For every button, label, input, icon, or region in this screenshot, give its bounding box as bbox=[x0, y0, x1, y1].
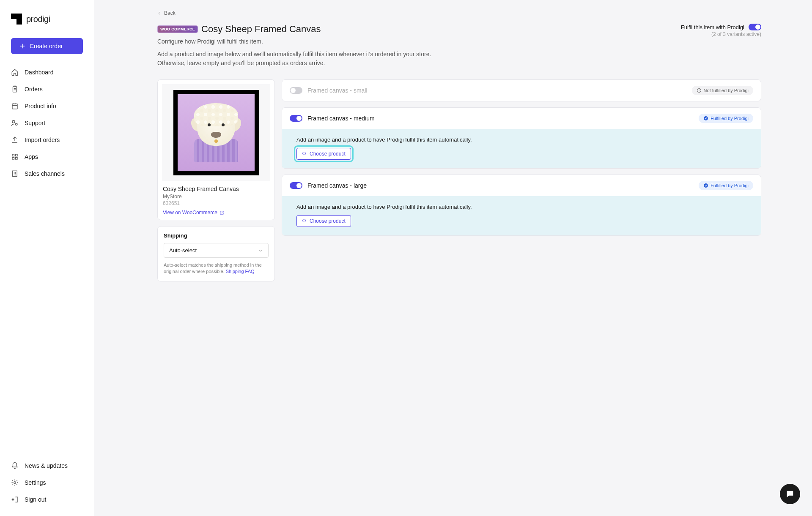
svg-point-9 bbox=[14, 482, 16, 484]
variant-name: Framed canvas - medium bbox=[307, 115, 694, 122]
nav-news[interactable]: News & updates bbox=[4, 458, 90, 474]
description-line-1: Add a product and image below and we'll … bbox=[157, 50, 431, 59]
svg-rect-8 bbox=[13, 171, 17, 177]
svg-point-14 bbox=[303, 219, 306, 222]
check-circle-icon bbox=[703, 183, 708, 188]
variant-body: Add an image and a product to have Prodi… bbox=[282, 196, 761, 235]
choose-product-button[interactable]: Choose product bbox=[296, 148, 351, 160]
prohibit-icon bbox=[697, 88, 702, 93]
page-title: Cosy Sheep Framed Canvas bbox=[201, 24, 321, 35]
shipping-select[interactable]: Auto-select bbox=[164, 243, 269, 258]
choose-product-button[interactable]: Choose product bbox=[296, 215, 351, 227]
product-image bbox=[162, 84, 270, 181]
sidebar: prodigi Create order Dashboard Orders Pr… bbox=[0, 0, 94, 516]
nav-dashboard[interactable]: Dashboard bbox=[4, 64, 90, 80]
back-link[interactable]: Back bbox=[157, 10, 761, 16]
svg-point-12 bbox=[303, 152, 306, 155]
variant-body-text: Add an image and a product to have Prodi… bbox=[296, 137, 746, 143]
svg-point-3 bbox=[16, 123, 18, 126]
choose-product-wrap: Choose product bbox=[296, 148, 351, 160]
upload-icon bbox=[11, 136, 19, 144]
nav-label: Orders bbox=[25, 86, 43, 93]
nav-label: Settings bbox=[25, 479, 46, 486]
ext-link-label: View on WooCommerce bbox=[163, 210, 217, 216]
support-icon bbox=[11, 119, 19, 127]
nav-import-orders[interactable]: Import orders bbox=[4, 132, 90, 148]
variant-name: Framed canvas - large bbox=[307, 182, 694, 189]
main-nav: Dashboard Orders Product info Support Im… bbox=[0, 64, 94, 182]
logo-mark-icon bbox=[11, 14, 22, 25]
nav-support[interactable]: Support bbox=[4, 115, 90, 131]
variant-card: Framed canvas - smallNot fulfilled by Pr… bbox=[282, 79, 761, 101]
brand-name: prodigi bbox=[26, 14, 50, 24]
shipping-faq-link[interactable]: Shipping FAQ bbox=[226, 269, 255, 274]
subtitle: Configure how Prodigi will fulfil this i… bbox=[157, 38, 431, 45]
nav-apps[interactable]: Apps bbox=[4, 149, 90, 165]
product-id: 632651 bbox=[163, 200, 269, 206]
variant-card: Framed canvas - mediumFulfilled by Prodi… bbox=[282, 107, 761, 169]
svg-rect-0 bbox=[13, 87, 17, 92]
nav-orders[interactable]: Orders bbox=[4, 81, 90, 97]
variant-header: Framed canvas - smallNot fulfilled by Pr… bbox=[282, 80, 761, 101]
fulfil-toggle[interactable] bbox=[749, 24, 761, 30]
chevron-down-icon bbox=[258, 248, 263, 253]
svg-rect-5 bbox=[16, 154, 18, 156]
chat-fab[interactable] bbox=[780, 484, 800, 504]
calendar-icon bbox=[11, 102, 19, 110]
nav-sales-channels[interactable]: Sales channels bbox=[4, 166, 90, 182]
sign-out-icon bbox=[11, 496, 19, 503]
shipping-title: Shipping bbox=[164, 232, 269, 239]
variant-toggle[interactable] bbox=[290, 87, 302, 94]
description-line-2: Otherwise, leave empty and you'll be pro… bbox=[157, 59, 431, 68]
external-link-icon bbox=[219, 210, 224, 215]
nav-product-info[interactable]: Product info bbox=[4, 98, 90, 114]
plus-icon bbox=[19, 42, 26, 50]
choose-product-wrap: Choose product bbox=[296, 215, 351, 227]
shipping-selected: Auto-select bbox=[169, 247, 197, 254]
building-icon bbox=[11, 170, 19, 177]
nav-label: Sales channels bbox=[25, 170, 65, 177]
shipping-card: Shipping Auto-select Auto-select matches… bbox=[157, 226, 275, 281]
product-store: MyStore bbox=[163, 194, 269, 199]
variant-toggle[interactable] bbox=[290, 182, 302, 189]
variants-list: Framed canvas - smallNot fulfilled by Pr… bbox=[282, 79, 761, 281]
variant-header: Framed canvas - mediumFulfilled by Prodi… bbox=[282, 108, 761, 129]
variant-body: Add an image and a product to have Prodi… bbox=[282, 129, 761, 168]
variant-body-text: Add an image and a product to have Prodi… bbox=[296, 204, 746, 210]
fulfil-subtext: (2 of 3 variants active) bbox=[681, 31, 761, 37]
create-order-button[interactable]: Create order bbox=[11, 38, 83, 54]
back-label: Back bbox=[164, 10, 176, 16]
nav-label: Apps bbox=[25, 153, 38, 160]
nav-label: Sign out bbox=[25, 496, 46, 503]
view-on-woocommerce-link[interactable]: View on WooCommerce bbox=[163, 210, 224, 216]
bottom-nav: News & updates Settings Sign out bbox=[0, 458, 94, 508]
fulfil-control: Fulfil this item with Prodigi (2 of 3 va… bbox=[681, 24, 761, 37]
nav-settings[interactable]: Settings bbox=[4, 475, 90, 491]
variant-header: Framed canvas - largeFulfilled by Prodig… bbox=[282, 175, 761, 196]
chat-icon bbox=[785, 489, 795, 499]
fulfil-label: Fulfil this item with Prodigi bbox=[681, 24, 744, 30]
variant-card: Framed canvas - largeFulfilled by Prodig… bbox=[282, 175, 761, 236]
check-circle-icon bbox=[703, 116, 708, 121]
svg-rect-1 bbox=[12, 104, 17, 109]
svg-rect-16 bbox=[788, 494, 790, 494]
clipboard-icon bbox=[11, 85, 19, 93]
variant-name: Framed canvas - small bbox=[307, 87, 687, 94]
main-content: Back WOO COMMERCE Cosy Sheep Framed Canv… bbox=[94, 0, 812, 516]
nav-label: Dashboard bbox=[25, 69, 54, 76]
nav-label: Product info bbox=[25, 103, 56, 109]
product-name: Cosy Sheep Framed Canvas bbox=[163, 186, 269, 192]
nav-label: News & updates bbox=[25, 462, 68, 469]
search-icon bbox=[302, 151, 307, 156]
brand-logo: prodigi bbox=[0, 8, 94, 35]
variant-toggle[interactable] bbox=[290, 115, 302, 122]
fulfilled-badge: Fulfilled by Prodigi bbox=[699, 181, 753, 190]
nav-sign-out[interactable]: Sign out bbox=[4, 491, 90, 508]
svg-rect-15 bbox=[788, 492, 791, 493]
nav-label: Import orders bbox=[25, 137, 60, 143]
grid-icon bbox=[11, 153, 19, 161]
nav-label: Support bbox=[25, 120, 45, 126]
fulfilled-badge: Fulfilled by Prodigi bbox=[699, 114, 753, 123]
product-card: Cosy Sheep Framed Canvas MyStore 632651 … bbox=[157, 79, 275, 220]
svg-rect-7 bbox=[16, 158, 18, 160]
